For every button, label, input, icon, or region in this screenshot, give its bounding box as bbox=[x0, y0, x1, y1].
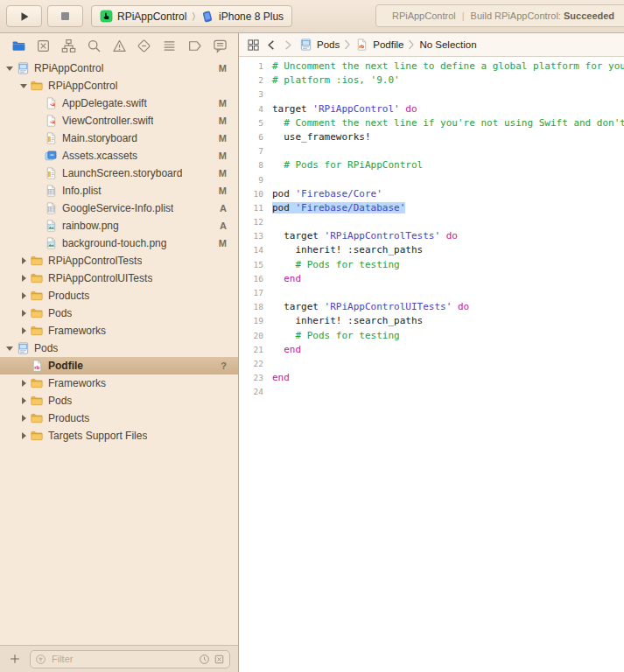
code-line-18[interactable]: 18 target 'RPiAppControlUITests' do bbox=[239, 300, 624, 314]
status-project: RPiAppControl bbox=[392, 10, 456, 21]
scm-status-badge: M bbox=[219, 168, 227, 178]
tree-row-pods[interactable]: Pods bbox=[0, 340, 238, 357]
tree-row-pods[interactable]: Pods bbox=[0, 304, 238, 322]
disclosure-triangle-icon[interactable] bbox=[19, 414, 29, 424]
filter-input[interactable] bbox=[50, 653, 195, 665]
code-line-12[interactable]: 12 bbox=[239, 215, 624, 229]
tree-row-main-storyboard[interactable]: Main.storyboardM bbox=[0, 130, 238, 147]
code-line-17[interactable]: 17 bbox=[239, 286, 624, 300]
code-line-11[interactable]: 11pod 'Firebase/Database' bbox=[239, 201, 624, 215]
tree-row-pods[interactable]: Pods bbox=[0, 392, 238, 410]
tree-row-frameworks[interactable]: Frameworks bbox=[0, 322, 238, 340]
tree-row-info-plist[interactable]: Info.plistM bbox=[0, 182, 238, 200]
code-line-7[interactable]: 7 bbox=[239, 144, 624, 158]
code-line-1[interactable]: 1# Uncomment the next line to define a g… bbox=[239, 60, 624, 74]
forward-button[interactable] bbox=[283, 39, 293, 51]
tree-row-assets-xcassets[interactable]: Assets.xcassetsM bbox=[0, 147, 238, 164]
related-items-icon[interactable] bbox=[247, 38, 260, 52]
file-label: RPiAppControlTests bbox=[48, 255, 142, 267]
tree-row-rpiappcontroltests[interactable]: RPiAppControlTests bbox=[0, 252, 238, 270]
jump-bar-item-pods[interactable]: Pods bbox=[299, 38, 340, 52]
issue-navigator-button[interactable] bbox=[111, 38, 127, 53]
source-editor[interactable]: 1# Uncomment the next line to define a g… bbox=[239, 57, 624, 672]
svg-text:rb: rb bbox=[359, 43, 364, 49]
tree-row-appdelegate-swift[interactable]: AppDelegate.swiftM bbox=[0, 94, 238, 112]
symbol-navigator-button[interactable] bbox=[61, 38, 77, 53]
tree-row-launchscreen-storyboard[interactable]: LaunchScreen.storyboardM bbox=[0, 164, 238, 182]
disclosure-triangle-icon[interactable] bbox=[19, 379, 29, 388]
tree-row-products[interactable]: Products bbox=[0, 410, 238, 427]
code-line-23[interactable]: 23end bbox=[239, 371, 624, 385]
tree-row-rpiappcontrol[interactable]: RPiAppControl bbox=[0, 77, 238, 94]
code-line-22[interactable]: 22 bbox=[239, 357, 624, 371]
line-number: 4 bbox=[239, 102, 263, 116]
tree-row-rpiappcontrol[interactable]: RPiAppControlM bbox=[0, 60, 238, 77]
code-line-15[interactable]: 15 # Pods for testing bbox=[239, 258, 624, 272]
tree-row-targets-support-files[interactable]: Targets Support Files bbox=[0, 427, 238, 444]
scm-status-filter-icon[interactable] bbox=[214, 654, 225, 665]
file-label: ViewController.swift bbox=[62, 115, 153, 127]
project-navigator-button[interactable] bbox=[11, 38, 26, 53]
code-line-14[interactable]: 14 inherit! :search_paths bbox=[239, 243, 624, 257]
breakpoint-navigator-button[interactable] bbox=[186, 38, 202, 53]
disclosure-triangle-icon[interactable] bbox=[5, 64, 15, 74]
code-line-9[interactable]: 9 bbox=[239, 173, 624, 187]
code-line-8[interactable]: 8 # Pods for RPiAppControl bbox=[239, 158, 624, 172]
disclosure-triangle-icon[interactable] bbox=[19, 396, 29, 406]
line-number: 9 bbox=[239, 173, 263, 187]
find-navigator-button[interactable] bbox=[86, 38, 102, 53]
code-line-4[interactable]: 4target 'RPiAppControl' do bbox=[239, 102, 624, 116]
disclosure-triangle-icon[interactable] bbox=[5, 344, 15, 354]
add-button[interactable] bbox=[8, 652, 22, 666]
status-result: Succeeded bbox=[564, 10, 614, 21]
report-navigator-button[interactable] bbox=[212, 38, 228, 53]
code-line-13[interactable]: 13 target 'RPiAppControlTests' do bbox=[239, 229, 624, 243]
back-button[interactable] bbox=[266, 39, 277, 51]
stop-button[interactable] bbox=[47, 5, 83, 27]
code-line-6[interactable]: 6 use_frameworks! bbox=[239, 130, 624, 144]
code-line-3[interactable]: 3 bbox=[239, 88, 624, 102]
code-line-19[interactable]: 19 inherit! :search_paths bbox=[239, 314, 624, 328]
disclosure-triangle-icon[interactable] bbox=[19, 81, 29, 91]
tree-row-googleservice-info-plist[interactable]: GoogleService-Info.plistA bbox=[0, 200, 238, 217]
debug-navigator-button[interactable] bbox=[162, 38, 178, 53]
project-navigator-tree: RPiAppControlMRPiAppControlAppDelegate.s… bbox=[0, 58, 238, 645]
run-button[interactable] bbox=[6, 5, 42, 27]
tree-row-rpiappcontroluitests[interactable]: RPiAppControlUITests bbox=[0, 270, 238, 287]
code-line-21[interactable]: 21 end bbox=[239, 343, 624, 357]
scm-status-badge: M bbox=[219, 133, 227, 144]
tree-row-products[interactable]: Products bbox=[0, 287, 238, 304]
disclosure-triangle-icon[interactable] bbox=[19, 256, 29, 266]
disclosure-triangle-icon[interactable] bbox=[19, 274, 29, 284]
code-line-20[interactable]: 20 # Pods for testing bbox=[239, 329, 624, 343]
folder-icon bbox=[30, 271, 44, 285]
file-label: Pods bbox=[48, 395, 72, 407]
test-navigator-button[interactable] bbox=[137, 38, 152, 53]
folder-icon bbox=[30, 429, 44, 443]
tree-row-frameworks[interactable]: Frameworks bbox=[0, 374, 238, 392]
tree-row-viewcontroller-swift[interactable]: ViewController.swiftM bbox=[0, 112, 238, 130]
code-line-24[interactable]: 24 bbox=[239, 385, 624, 399]
disclosure-triangle-icon[interactable] bbox=[19, 326, 29, 336]
code-line-10[interactable]: 10pod 'Firebase/Core' bbox=[239, 187, 624, 201]
filter-field[interactable] bbox=[30, 650, 230, 668]
code-line-2[interactable]: 2# platform :ios, '9.0' bbox=[239, 74, 624, 88]
disclosure-triangle-icon[interactable] bbox=[19, 291, 29, 301]
tree-row-rainbow-png[interactable]: rainbow.pngA bbox=[0, 217, 238, 234]
folder-icon bbox=[30, 376, 44, 390]
project-icon bbox=[16, 61, 30, 75]
code-line-5[interactable]: 5 # Comment the next line if you're not … bbox=[239, 116, 624, 130]
scheme-selector[interactable]: RPiAppControl 〉 iPhone 8 Plus bbox=[91, 5, 292, 27]
recent-files-clock-icon[interactable] bbox=[199, 654, 210, 665]
jump-bar-item-no-selection[interactable]: No Selection bbox=[419, 39, 476, 50]
jump-bar-separator-icon bbox=[408, 39, 415, 50]
disclosure-triangle-icon[interactable] bbox=[19, 309, 29, 318]
scm-status-badge: M bbox=[219, 186, 227, 196]
source-control-navigator-button[interactable] bbox=[36, 38, 52, 53]
file-label: RPiAppControl bbox=[48, 80, 117, 92]
code-line-16[interactable]: 16 end bbox=[239, 272, 624, 286]
jump-bar-item-podfile[interactable]: rbPodfile bbox=[355, 38, 403, 52]
disclosure-triangle-icon[interactable] bbox=[19, 431, 29, 441]
tree-row-podfile[interactable]: rbPodfile? bbox=[0, 357, 238, 374]
tree-row-background-touch-png[interactable]: background-touch.pngM bbox=[0, 234, 238, 252]
